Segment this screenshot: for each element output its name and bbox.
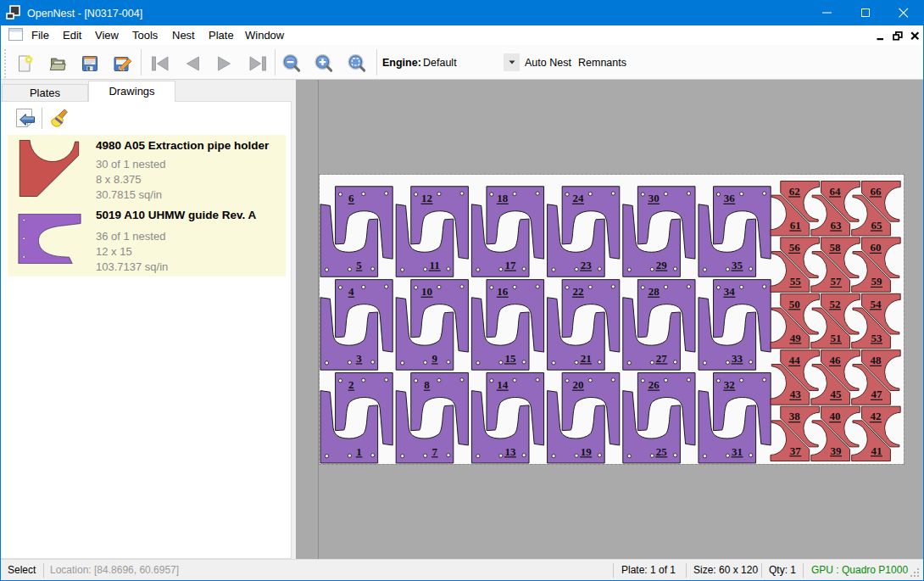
svg-text:35: 35 xyxy=(732,259,743,271)
svg-text:14: 14 xyxy=(497,378,508,391)
svg-text:46: 46 xyxy=(830,354,841,366)
svg-text:21: 21 xyxy=(581,352,592,365)
svg-text:48: 48 xyxy=(870,354,881,366)
svg-text:9: 9 xyxy=(432,352,438,365)
svg-text:39: 39 xyxy=(831,444,842,457)
svg-text:47: 47 xyxy=(871,388,882,400)
svg-text:58: 58 xyxy=(830,241,841,254)
svg-text:53: 53 xyxy=(871,332,882,344)
svg-text:17: 17 xyxy=(504,259,515,271)
svg-text:49: 49 xyxy=(790,332,801,344)
svg-text:23: 23 xyxy=(581,259,592,271)
svg-text:64: 64 xyxy=(830,185,841,198)
svg-text:62: 62 xyxy=(789,185,800,198)
svg-text:1: 1 xyxy=(356,445,361,458)
svg-text:3: 3 xyxy=(356,352,362,365)
svg-text:5: 5 xyxy=(356,259,362,271)
svg-text:18: 18 xyxy=(497,192,508,204)
svg-text:54: 54 xyxy=(870,298,881,310)
svg-text:59: 59 xyxy=(871,275,882,288)
svg-text:55: 55 xyxy=(790,275,801,288)
svg-text:50: 50 xyxy=(789,298,800,310)
svg-text:11: 11 xyxy=(430,259,440,271)
svg-text:20: 20 xyxy=(572,378,583,391)
svg-text:60: 60 xyxy=(870,241,881,254)
svg-text:41: 41 xyxy=(871,444,882,457)
svg-text:37: 37 xyxy=(790,444,801,457)
svg-text:8: 8 xyxy=(424,378,430,391)
svg-text:31: 31 xyxy=(732,445,743,458)
svg-text:2: 2 xyxy=(348,378,353,391)
svg-text:6: 6 xyxy=(348,192,354,204)
svg-text:27: 27 xyxy=(656,352,667,365)
svg-text:66: 66 xyxy=(870,185,881,198)
svg-text:13: 13 xyxy=(504,445,515,458)
svg-text:42: 42 xyxy=(870,410,881,422)
svg-text:45: 45 xyxy=(831,388,842,400)
svg-text:65: 65 xyxy=(871,219,882,232)
svg-text:10: 10 xyxy=(421,285,432,298)
svg-text:51: 51 xyxy=(831,332,842,344)
svg-text:24: 24 xyxy=(572,192,583,204)
svg-text:38: 38 xyxy=(789,410,800,422)
svg-text:26: 26 xyxy=(648,378,660,391)
svg-text:29: 29 xyxy=(656,259,667,271)
svg-text:7: 7 xyxy=(432,445,438,458)
svg-text:30: 30 xyxy=(648,192,660,204)
svg-text:40: 40 xyxy=(830,410,841,422)
svg-text:33: 33 xyxy=(732,352,743,365)
svg-text:25: 25 xyxy=(656,445,667,458)
svg-text:22: 22 xyxy=(572,285,583,298)
svg-text:63: 63 xyxy=(831,219,842,232)
svg-text:15: 15 xyxy=(504,352,515,365)
svg-text:16: 16 xyxy=(497,285,508,298)
svg-text:19: 19 xyxy=(581,445,592,458)
svg-text:43: 43 xyxy=(790,388,801,400)
svg-text:36: 36 xyxy=(724,192,735,204)
svg-text:32: 32 xyxy=(724,378,735,391)
svg-text:52: 52 xyxy=(830,298,841,310)
svg-text:44: 44 xyxy=(789,354,800,366)
svg-text:12: 12 xyxy=(421,192,432,204)
svg-text:28: 28 xyxy=(648,285,660,298)
svg-text:61: 61 xyxy=(790,219,801,232)
svg-text:56: 56 xyxy=(789,241,800,254)
svg-text:34: 34 xyxy=(724,285,735,298)
svg-text:4: 4 xyxy=(348,285,354,298)
svg-text:57: 57 xyxy=(831,275,842,288)
